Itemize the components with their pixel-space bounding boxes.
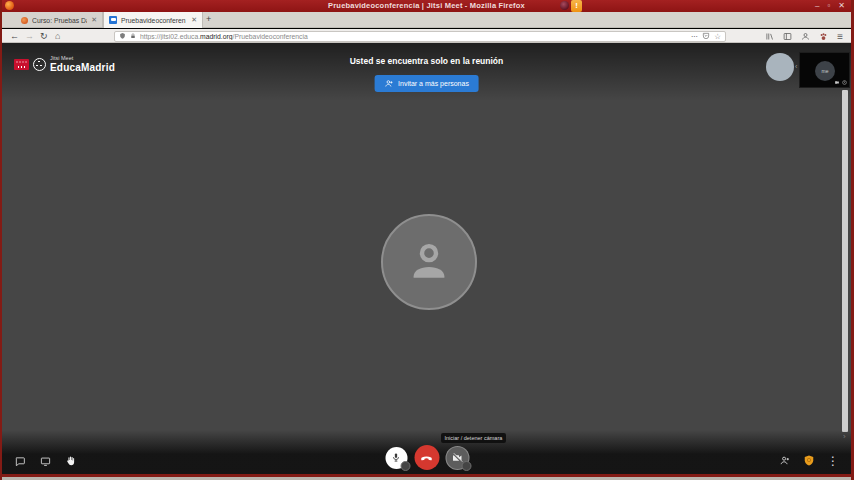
share-screen-button[interactable] [39,456,52,467]
audio-muted-icon [842,80,847,85]
meeting-page: Jitsi Meet EducaMadrid Usted se encuentr… [2,43,851,474]
url-text[interactable]: https://jitsi02.educa.madrid.org/Pruebav… [140,33,687,40]
window-minimize-button[interactable]: – [815,0,819,12]
security-shield-icon [803,454,815,467]
software-updater-tray-icon[interactable] [560,1,569,10]
tab-label: Curso: Pruebas Dani [32,17,87,24]
new-tab-button[interactable]: + [206,14,211,24]
hangup-button[interactable] [414,445,439,470]
page-actions-icon[interactable]: ⋯ [691,31,699,42]
invite-button-label: Invitar a más personas [398,80,469,87]
forward-button[interactable]: → [25,29,34,43]
menu-hamburger-icon[interactable]: ≡ [837,31,843,42]
extension-paw-icon[interactable] [819,32,828,41]
security-options-button[interactable] [803,454,815,467]
pocket-save-icon[interactable] [702,32,710,40]
back-button[interactable]: ← [10,29,19,43]
tab-curso-pruebas[interactable]: Curso: Pruebas Dani ✕ [16,12,103,28]
page-scrollbar[interactable] [842,90,848,432]
library-icon[interactable] [765,32,774,41]
jitsi-favicon [109,16,117,24]
microphone-icon [391,452,402,463]
chat-bubble-icon [14,456,26,467]
moodle-favicon [21,17,28,24]
mic-options-badge[interactable] [400,461,410,471]
home-button[interactable]: ⌂ [55,29,60,43]
header-gradient [2,43,851,101]
tab-close-icon[interactable]: ✕ [91,16,97,24]
invite-more-people-button[interactable]: Invitar a más personas [374,75,479,92]
tab-pruebavideoconferencia[interactable]: Pruebavideoconferen ✕ [103,12,203,28]
window-titlebar: Pruebavideoconferencia | Jitsi Meet - Mo… [2,0,851,12]
camera-off-icon [451,452,463,464]
dominant-speaker-avatar [381,214,477,310]
tracking-protection-shield-icon[interactable] [119,32,126,40]
tab-close-icon[interactable]: ✕ [191,16,197,24]
camera-options-badge[interactable] [461,461,471,471]
browser-window: Pruebavideoconferencia | Jitsi Meet - Mo… [0,0,854,480]
video-muted-icon [834,80,840,85]
local-video-thumbnail[interactable]: me [799,52,850,88]
window-maximize-button[interactable]: ▫ [827,0,830,12]
camera-button[interactable] [446,447,468,469]
https-lock-icon[interactable] [130,32,136,40]
microphone-button[interactable] [385,447,407,469]
chat-button[interactable] [14,456,26,467]
url-bar[interactable]: https://jitsi02.educa.madrid.org/Pruebav… [114,31,726,42]
hangup-phone-icon [420,451,434,465]
tab-bar: Curso: Pruebas Dani ✕ Pruebavideoconfere… [2,12,851,28]
alone-in-meeting-message: Usted se encuentra solo en la reunión [2,56,851,66]
reload-button[interactable]: ↻ [40,29,48,43]
overflow-menu-button[interactable]: ⋮ [827,455,839,467]
invite-people-button[interactable] [779,455,791,466]
raised-hand-icon [65,455,76,467]
account-icon[interactable] [801,32,810,41]
window-title: Pruebavideoconferencia | Jitsi Meet - Mo… [2,1,851,10]
monitor-icon [39,456,52,467]
sidebars-icon[interactable] [783,32,792,41]
window-close-button[interactable]: ✕ [838,0,845,12]
participant-avatar[interactable] [766,53,794,81]
add-person-icon [384,79,393,88]
camera-tooltip: Iniciar / detener cámara [441,433,507,443]
add-person-icon [779,455,791,466]
local-avatar: me [815,61,835,81]
navigation-toolbar: ← → ↻ ⌂ https://jitsi02.educa.madrid.org… [2,29,851,43]
tab-label: Pruebavideoconferen [121,17,187,24]
notification-warning-tray-icon[interactable]: ! [571,0,582,12]
raise-hand-button[interactable] [65,455,76,467]
bookmark-star-icon[interactable]: ☆ [714,31,721,42]
person-silhouette-icon [401,234,457,290]
filmstrip-toggle-icon[interactable]: ‹ [795,63,797,70]
